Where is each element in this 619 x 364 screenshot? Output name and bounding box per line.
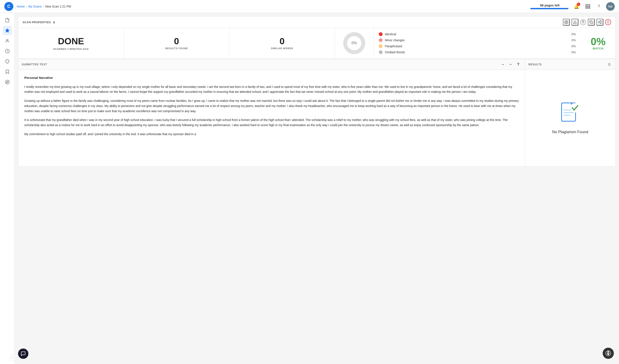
scroll-down-button[interactable]: [500, 61, 506, 67]
match-value: 0%: [591, 37, 605, 47]
notification-badge: 1: [577, 3, 580, 6]
svg-marker-0: [5, 28, 9, 32]
text-title: Personal Narrative: [24, 75, 519, 81]
omitted-pct: 0%: [571, 51, 576, 54]
text-content: Personal Narrative I vividly remember my…: [18, 70, 525, 166]
sidebar-item-new-doc[interactable]: [3, 15, 12, 25]
legend-omitted: Omitted Words 0%: [379, 50, 576, 54]
filter-results-button[interactable]: [606, 61, 612, 67]
minor-pct: 0%: [571, 39, 576, 42]
identical-pct: 0%: [571, 32, 576, 36]
results-label: RESULTS FOUND: [165, 47, 188, 50]
sidebar-item-compass[interactable]: [3, 77, 12, 87]
sidebar-item-history[interactable]: [3, 46, 12, 56]
avatar[interactable]: HJ: [606, 2, 615, 11]
scroll-up-button[interactable]: [507, 61, 514, 67]
results-panel: RESULTS: [525, 59, 615, 166]
svg-line-12: [599, 21, 600, 22]
identical-dot: [379, 32, 383, 36]
submitted-panel-header: SUBMITTED TEXT T: [18, 59, 525, 70]
paraphrased-label: Paraphrased: [385, 44, 569, 48]
accessibility-button[interactable]: [603, 348, 614, 359]
grid-menu-button[interactable]: [584, 3, 591, 10]
collapse-sidebar-button[interactable]: ‹: [10, 354, 16, 361]
chat-button[interactable]: [18, 349, 28, 359]
scan-properties-label: SCAN PROPERTIES: [23, 21, 51, 24]
svg-point-25: [570, 103, 580, 113]
grid-icon: [585, 4, 590, 9]
stats-row: DONE SCANNED 2 MINUTES AGO 0 RESULTS FOU…: [18, 28, 616, 59]
help-button[interactable]: ?: [595, 3, 603, 10]
match-label: MATCH: [592, 47, 604, 50]
stat-results: 0 RESULTS FOUND: [124, 28, 229, 58]
scanned-label: SCANNED 2 MINUTES AGO: [53, 48, 89, 50]
svg-point-8: [600, 21, 601, 22]
download-icon-button[interactable]: [571, 19, 578, 26]
minor-dot: [379, 38, 383, 42]
svg-point-9: [598, 22, 599, 23]
content-columns: SUBMITTED TEXT T Personal Narrative I vi…: [18, 59, 616, 166]
submitted-text-panel: SUBMITTED TEXT T Personal Narrative I vi…: [18, 59, 525, 166]
results-panel-header: RESULTS: [525, 59, 615, 70]
breadcrumb: Home › My Scans › New Scan 1:21 PM: [17, 5, 71, 8]
main-content: SCAN PROPERTIES ∧ ? ! DONE SCANNED 2 MIN…: [15, 13, 619, 364]
omitted-dot: [379, 50, 383, 54]
pages-progress-bar: [530, 8, 569, 9]
top-nav: C Home › My Scans › New Scan 1:21 PM 98 …: [0, 0, 619, 13]
breadcrumb-sep1: ›: [26, 5, 27, 8]
results-value: 0: [174, 37, 179, 46]
settings-icon-button[interactable]: [563, 19, 570, 26]
submitted-panel-title: SUBMITTED TEXT: [22, 63, 47, 66]
help-icon-button[interactable]: ?: [580, 19, 586, 25]
share-icon-button[interactable]: [596, 19, 603, 26]
svg-line-11: [599, 22, 600, 23]
paraphrased-dot: [379, 44, 383, 48]
nav-right: 98 pages left 🔔 1 ? HJ: [530, 2, 615, 11]
text-para-2: Growing up without a father figure in th…: [24, 98, 519, 114]
identical-label: Identical: [385, 32, 569, 36]
svg-point-26: [608, 351, 609, 352]
text-para-1: I vividly remember my time growing up in…: [24, 84, 519, 95]
legend-paraphrased: Paraphrased 0%: [379, 44, 576, 48]
sidebar: ‹: [0, 13, 15, 364]
legend-identical: Identical 0%: [379, 32, 576, 36]
text-para-3: It is unfortunate that my grandfather di…: [24, 118, 519, 128]
font-size-button[interactable]: T: [515, 61, 521, 67]
stat-status: DONE SCANNED 2 MINUTES AGO: [18, 28, 124, 58]
text-para-4: My commitment to high school studies pai…: [24, 132, 519, 137]
logo[interactable]: C: [4, 2, 13, 11]
legend: Identical 0% Minor changes 0% Paraphrase…: [374, 28, 581, 58]
paraphrased-pct: 0%: [571, 44, 576, 48]
submitted-panel-controls: T: [500, 61, 521, 67]
omitted-label: Omitted Words: [385, 51, 569, 54]
results-empty: No Plagiarism Found: [525, 70, 615, 166]
sidebar-item-bookmark[interactable]: [3, 67, 12, 77]
pages-progress-fill: [530, 8, 568, 9]
results-panel-title: RESULTS: [528, 63, 542, 66]
breadcrumb-sep2: ›: [43, 5, 44, 8]
sidebar-item-shield[interactable]: [3, 57, 12, 66]
similar-label: SIMILAR WORDS: [271, 47, 293, 50]
svg-marker-4: [6, 81, 8, 83]
sidebar-item-starred[interactable]: [3, 26, 12, 35]
notification-button[interactable]: 🔔 1: [573, 3, 580, 10]
breadcrumb-home[interactable]: Home: [17, 5, 25, 8]
svg-point-3: [5, 80, 9, 84]
donut-chart: 0%: [335, 28, 374, 58]
similar-value: 0: [280, 37, 284, 46]
breadcrumb-current: New Scan 1:21 PM: [45, 5, 71, 8]
svg-point-10: [600, 23, 601, 24]
legend-minor: Minor changes 0%: [379, 38, 576, 42]
match-cell: 0% MATCH: [581, 28, 615, 58]
copy-icon-button[interactable]: [588, 19, 595, 26]
scan-properties-bar: SCAN PROPERTIES ∧ ? !: [18, 16, 616, 28]
stat-similar: 0 SIMILAR WORDS: [229, 28, 335, 58]
svg-text:0%: 0%: [352, 41, 357, 45]
svg-rect-7: [591, 22, 593, 24]
breadcrumb-my-scans[interactable]: My Scans: [28, 5, 42, 8]
pages-left-text: 98 pages left: [540, 3, 560, 7]
sidebar-item-person[interactable]: [3, 36, 12, 46]
alert-icon-button[interactable]: !: [605, 19, 611, 25]
scan-properties-title: SCAN PROPERTIES ∧: [23, 20, 55, 24]
minor-label: Minor changes: [385, 39, 569, 42]
